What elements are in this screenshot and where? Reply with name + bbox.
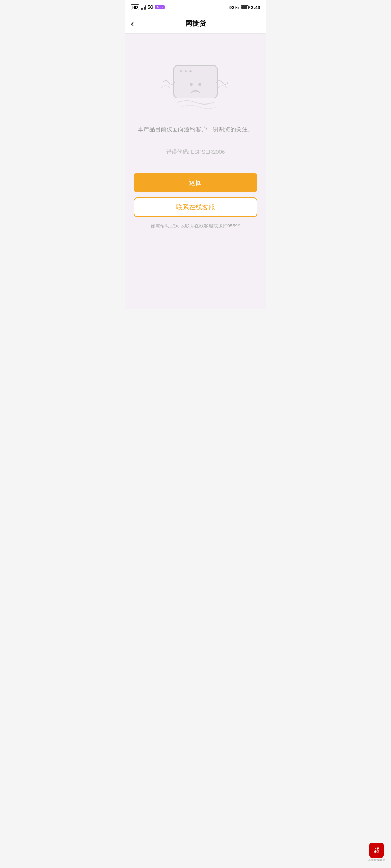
svg-rect-0 bbox=[174, 65, 217, 98]
signal-icon bbox=[141, 5, 146, 10]
hd-label: HD bbox=[131, 4, 139, 10]
back-icon: ‹ bbox=[131, 18, 134, 29]
svg-point-5 bbox=[190, 83, 193, 86]
status-bar: HD 5G Soul 92% 2:49 bbox=[125, 0, 266, 14]
help-text: 如需帮助,您可以联系在线客服或拨打95599 bbox=[151, 223, 240, 229]
nav-bar: ‹ 网捷贷 bbox=[125, 14, 266, 34]
status-right: 92% 2:49 bbox=[229, 5, 260, 10]
contact-button[interactable]: 联系在线客服 bbox=[134, 197, 257, 217]
soul-badge: Soul bbox=[155, 5, 165, 9]
svg-point-3 bbox=[189, 70, 192, 72]
error-code: 错误代码: ESPSER2006 bbox=[166, 149, 225, 156]
battery-percent: 92% bbox=[229, 5, 239, 10]
back-button[interactable]: ‹ bbox=[131, 18, 134, 29]
main-content: 本产品目前仅面向邀约客户，谢谢您的关注。 错误代码: ESPSER2006 返回… bbox=[125, 34, 266, 309]
svg-point-1 bbox=[180, 70, 182, 72]
svg-point-6 bbox=[198, 83, 201, 86]
battery-icon bbox=[241, 5, 249, 9]
return-button[interactable]: 返回 bbox=[134, 173, 257, 192]
status-left: HD 5G Soul bbox=[131, 4, 165, 10]
error-illustration bbox=[159, 55, 232, 113]
time-display: 2:49 bbox=[251, 5, 260, 10]
network-type: 5G bbox=[148, 5, 154, 10]
page-title: 网捷贷 bbox=[185, 19, 206, 28]
svg-point-2 bbox=[185, 70, 187, 72]
error-message: 本产品目前仅面向邀约客户，谢谢您的关注。 bbox=[138, 125, 253, 134]
